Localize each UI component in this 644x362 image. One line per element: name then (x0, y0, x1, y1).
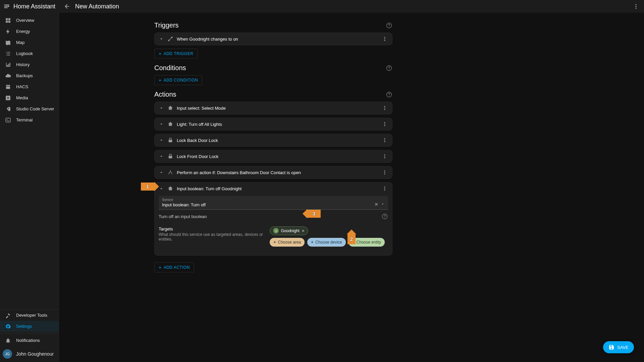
row-menu-button[interactable] (381, 36, 389, 42)
cloud-icon (4, 73, 12, 79)
svg-point-21 (384, 124, 385, 125)
store-icon (4, 84, 12, 90)
dots-vertical-icon (633, 3, 639, 9)
row-menu-button[interactable] (381, 170, 389, 175)
service-select[interactable]: Service Input boolean: Turn off (159, 196, 388, 210)
remove-chip-icon[interactable]: ✕ (302, 229, 305, 233)
action-row[interactable]: Lock Front Door Lock (155, 150, 392, 162)
trigger-row[interactable]: When Goodnight changes to on (155, 33, 392, 45)
action-title: Lock Front Door Lock (177, 154, 381, 159)
action-title: Lock Back Door Lock (177, 138, 381, 143)
app-title: Home Assistant (13, 3, 55, 10)
target-chip-goodnight[interactable]: ◯ Goodnight ✕ (270, 226, 308, 235)
svg-point-29 (384, 156, 385, 157)
sidebar-item-backups[interactable]: Backups (0, 70, 59, 81)
svg-point-14 (384, 40, 385, 41)
choose-device-chip[interactable]: + Choose device (307, 238, 345, 247)
row-menu-button[interactable] (381, 121, 389, 127)
sidebar-item-map[interactable]: Map (0, 37, 59, 48)
sidebar-user[interactable]: JG John Goughenour (0, 346, 59, 362)
add-trigger-button[interactable]: + ADD TRIGGER (154, 49, 198, 59)
clear-icon[interactable] (374, 202, 379, 207)
section-title: Conditions (154, 64, 386, 72)
map-icon (4, 40, 12, 46)
action-row[interactable]: Input boolean: Turn off Goodnight (155, 183, 392, 195)
sidebar-item-overview[interactable]: Overview (0, 15, 59, 26)
dashboard-icon (4, 17, 12, 23)
svg-point-17 (384, 106, 385, 107)
svg-point-25 (384, 140, 385, 141)
help-icon[interactable] (381, 213, 388, 220)
help-icon[interactable] (386, 65, 392, 71)
plus-icon: + (159, 77, 162, 83)
targets-subtitle: What should this service use as targeted… (159, 232, 270, 242)
save-button[interactable]: SAVE (603, 341, 634, 353)
row-menu-button[interactable] (381, 138, 389, 143)
sidebar-item-logbook[interactable]: Logbook (0, 48, 59, 59)
save-label: SAVE (617, 345, 629, 350)
action-title: Input boolean: Turn off Goodnight (177, 186, 381, 191)
sidebar-item-hacs[interactable]: HACS (0, 81, 59, 92)
branch-icon (167, 169, 174, 175)
state-icon (167, 36, 174, 42)
sidebar-item-devtools[interactable]: Developer Tools (0, 310, 59, 321)
action-row[interactable]: Input select: Select Mode (155, 102, 392, 114)
sidebar-item-history[interactable]: History (0, 59, 59, 70)
page-menu-button[interactable] (628, 3, 644, 9)
action-row[interactable]: Perform an action if: Downstairs Bathroo… (155, 166, 392, 178)
plus-icon: + (311, 240, 313, 245)
section-triggers: Triggers (154, 21, 392, 29)
sidebar-bottom: Developer Tools Settings Notifications J… (0, 309, 59, 362)
svg-rect-5 (6, 20, 8, 22)
nav-primary: Overview Energy Map Logbook History Back… (0, 13, 59, 125)
help-icon[interactable] (386, 91, 392, 98)
menu-toggle-button[interactable] (0, 0, 13, 13)
choose-area-chip[interactable]: + Choose area (270, 238, 305, 247)
action-row[interactable]: Light: Turn off All Lights (155, 118, 392, 130)
top-right: New Automation (59, 0, 644, 13)
sidebar: Overview Energy Map Logbook History Back… (0, 13, 59, 362)
section-title: Actions (154, 91, 386, 98)
chip-label: Choose area (278, 240, 301, 245)
row-menu-button[interactable] (381, 105, 389, 111)
sidebar-item-label: History (16, 62, 30, 67)
svg-point-13 (384, 39, 385, 40)
back-button[interactable] (59, 3, 75, 10)
list-icon (4, 51, 12, 57)
add-condition-button[interactable]: + ADD CONDITION (154, 75, 202, 85)
row-menu-button[interactable] (381, 154, 389, 159)
row-menu-button[interactable] (381, 186, 389, 191)
svg-point-1 (636, 6, 637, 7)
dropdown-icon[interactable] (381, 202, 385, 207)
add-action-button[interactable]: + ADD ACTION (154, 262, 194, 272)
svg-point-31 (384, 170, 385, 171)
ha-icon (167, 121, 174, 127)
plus-icon: + (159, 51, 162, 56)
action-row[interactable]: Lock Back Door Lock (155, 134, 392, 146)
svg-point-19 (384, 109, 385, 110)
sidebar-item-energy[interactable]: Energy (0, 26, 59, 37)
chevron-down-icon (158, 106, 165, 110)
sidebar-item-settings[interactable]: Settings (0, 321, 59, 332)
help-icon[interactable] (386, 22, 392, 29)
sidebar-item-label: Logbook (16, 51, 33, 56)
action-title: Light: Turn off All Lights (177, 122, 381, 127)
sidebar-item-label: Backups (16, 73, 33, 78)
chip-label: Goodnight (281, 228, 299, 233)
svg-point-33 (384, 173, 385, 174)
ha-icon (167, 105, 174, 111)
chip-label: Choose device (315, 240, 342, 245)
service-value: Input boolean: Turn off (162, 202, 374, 208)
sidebar-item-media[interactable]: Media (0, 92, 59, 103)
svg-point-34 (384, 187, 385, 188)
svg-point-28 (384, 154, 385, 155)
plus-icon: + (159, 265, 162, 270)
action-title: Perform an action if: Downstairs Bathroo… (177, 170, 381, 175)
sidebar-item-terminal[interactable]: Terminal (0, 114, 59, 125)
sidebar-item-label: Developer Tools (16, 313, 47, 318)
menu-icon (3, 3, 10, 10)
action-body: Service Input boolean: Turn off Turn off… (155, 196, 392, 255)
sidebar-item-notifications[interactable]: Notifications (0, 335, 59, 346)
sidebar-item-vscode[interactable]: Studio Code Server (0, 103, 59, 114)
arrow-left-icon (64, 3, 70, 10)
